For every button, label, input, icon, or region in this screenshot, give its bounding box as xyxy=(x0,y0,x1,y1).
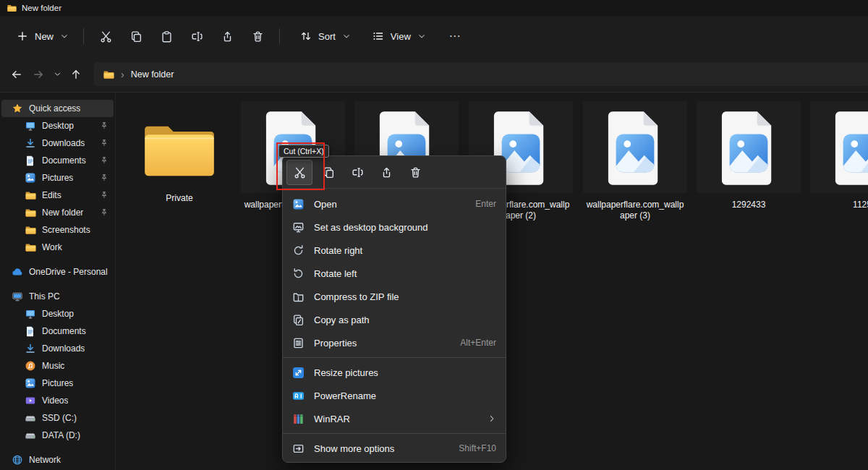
sidebar-item-desktop[interactable]: Desktop xyxy=(0,117,115,134)
download-icon xyxy=(25,343,36,354)
sidebar-item-pc-music[interactable]: Music xyxy=(0,357,115,375)
context-menu-item-set-as-desktop-background[interactable]: Set as desktop background xyxy=(283,215,506,239)
sidebar-item-data-d[interactable]: DATA (D:) xyxy=(0,427,115,444)
image-icon xyxy=(25,377,36,389)
command-bar: New Sort View … xyxy=(0,16,868,56)
context-menu-item-rotate-left[interactable]: Rotate left xyxy=(283,262,506,285)
pin-icon xyxy=(100,121,109,130)
sidebar-item-pc-desktop[interactable]: Desktop xyxy=(0,305,115,322)
sidebar-item-pc-downloads[interactable]: Downloads xyxy=(0,340,115,357)
pin-icon xyxy=(100,139,109,148)
delete-button[interactable] xyxy=(402,160,428,185)
context-menu-item-powerrename[interactable]: PowerRename xyxy=(283,384,506,407)
rename-button[interactable] xyxy=(344,160,370,185)
sidebar-item-ssd-c[interactable]: SSD (C:) xyxy=(0,409,115,427)
address-bar[interactable]: › New folder xyxy=(94,62,868,86)
sidebar-item-label: SSD (C:) xyxy=(42,413,77,423)
context-menu-item-open[interactable]: Open Enter xyxy=(283,192,506,215)
cut-button[interactable] xyxy=(286,160,312,185)
sidebar-item-pc-documents[interactable]: Documents xyxy=(0,322,115,340)
share-icon xyxy=(380,166,393,179)
sidebar-item-work[interactable]: Work xyxy=(0,239,115,256)
pin-icon xyxy=(100,208,109,217)
sidebar-item-label: Downloads xyxy=(42,343,85,354)
context-menu-item-properties[interactable]: Properties Alt+Enter xyxy=(283,331,506,354)
toolbar-separator xyxy=(83,28,84,44)
sidebar-item-pictures[interactable]: Pictures xyxy=(0,169,115,187)
music-icon xyxy=(25,360,36,372)
monitor-icon xyxy=(25,308,36,320)
up-button[interactable] xyxy=(65,64,87,85)
context-menu-item-copy-as-path[interactable]: Copy as path xyxy=(283,308,506,331)
file-tile[interactable]: 1292433 xyxy=(697,101,801,210)
sidebar-item-label: Downloads xyxy=(42,138,85,148)
share-button[interactable] xyxy=(373,160,399,185)
file-thumbnail xyxy=(810,101,868,193)
context-menu-item-show-more-options[interactable]: Show more options Shift+F10 xyxy=(283,437,506,460)
more-options-button[interactable]: … xyxy=(440,24,470,48)
sidebar-item-pc-pictures[interactable]: Pictures xyxy=(0,375,115,392)
copy-button[interactable] xyxy=(121,24,151,48)
ellipsis-icon: … xyxy=(448,30,461,43)
folder-icon xyxy=(25,224,36,236)
monitor-icon xyxy=(25,120,36,132)
new-button[interactable]: New xyxy=(9,24,77,48)
sidebar-item-label: Music xyxy=(42,361,64,371)
view-button[interactable]: View xyxy=(365,24,434,48)
sidebar-item-documents[interactable]: Documents xyxy=(0,152,115,169)
menu-item-label: WinRAR xyxy=(314,414,478,424)
sidebar-item-downloads[interactable]: Downloads xyxy=(0,134,115,152)
recent-locations-button[interactable] xyxy=(49,64,65,85)
sidebar-item-edits[interactable]: Edits xyxy=(0,187,115,204)
view-list-icon xyxy=(373,30,384,42)
menu-item-label: Rotate left xyxy=(314,268,487,279)
sidebar-item-this-pc[interactable]: This PC xyxy=(0,288,115,305)
sidebar-item-network[interactable]: Network xyxy=(0,451,115,469)
context-menu-item-resize-pictures[interactable]: Resize pictures xyxy=(283,361,506,384)
sidebar-item-screenshots[interactable]: Screenshots xyxy=(0,221,115,239)
sidebar-item-label: Quick access xyxy=(29,103,80,114)
file-name: 1125 xyxy=(810,200,868,210)
sidebar-item-label: DATA (D:) xyxy=(42,430,80,440)
file-tile[interactable]: wallpaperflare.com_wallpaper (3) xyxy=(583,101,687,221)
sidebar-item-label: Desktop xyxy=(42,309,74,319)
sidebar-item-onedrive[interactable]: OneDrive - Personal xyxy=(0,263,115,281)
menu-item-label: Resize pictures xyxy=(314,367,487,378)
sidebar-item-pc-videos[interactable]: Videos xyxy=(0,392,115,409)
sidebar-item-label: Desktop xyxy=(42,121,74,131)
resize-pictures-icon xyxy=(292,367,305,379)
folder-icon xyxy=(7,3,17,13)
image-icon xyxy=(25,172,36,184)
copy-button[interactable] xyxy=(315,160,341,185)
file-explorer-window: New folder New Sort View … xyxy=(0,0,868,470)
toolbar-separator xyxy=(279,28,280,44)
menu-item-label: Rotate right xyxy=(314,245,487,256)
sidebar-item-label: Screenshots xyxy=(42,225,90,235)
file-tile[interactable]: 1125 xyxy=(810,101,868,210)
copy-path-icon xyxy=(292,314,305,326)
cut-button[interactable] xyxy=(90,24,121,48)
menu-item-label: Compress to ZIP file xyxy=(314,291,487,302)
paste-button[interactable] xyxy=(151,24,182,48)
menu-item-label: Properties xyxy=(314,338,451,349)
delete-button[interactable] xyxy=(242,24,273,48)
share-button[interactable] xyxy=(212,24,242,48)
sidebar-item-quick-access[interactable]: Quick access xyxy=(1,100,114,117)
zip-folder-icon xyxy=(292,291,305,303)
sidebar-item-label: OneDrive - Personal xyxy=(29,267,108,277)
context-menu-item-compress-to-zip[interactable]: Compress to ZIP file xyxy=(283,285,506,308)
sort-button[interactable]: Sort xyxy=(292,24,359,48)
rename-button[interactable] xyxy=(182,24,212,48)
image-icon xyxy=(292,198,305,210)
forward-button[interactable] xyxy=(27,64,49,85)
file-tile[interactable]: Private xyxy=(137,101,221,204)
sidebar-item-new-folder[interactable]: New folder xyxy=(0,204,115,221)
context-menu-item-rotate-right[interactable]: Rotate right xyxy=(283,239,506,262)
menu-item-label: Copy as path xyxy=(314,315,487,325)
back-button[interactable] xyxy=(6,64,27,85)
sidebar-item-label: New folder xyxy=(42,208,83,218)
menu-item-label: Show more options xyxy=(314,443,449,454)
sidebar-item-label: Pictures xyxy=(42,173,73,183)
menu-item-label: Open xyxy=(314,199,466,210)
context-menu-item-winrar[interactable]: WinRAR xyxy=(283,407,506,430)
